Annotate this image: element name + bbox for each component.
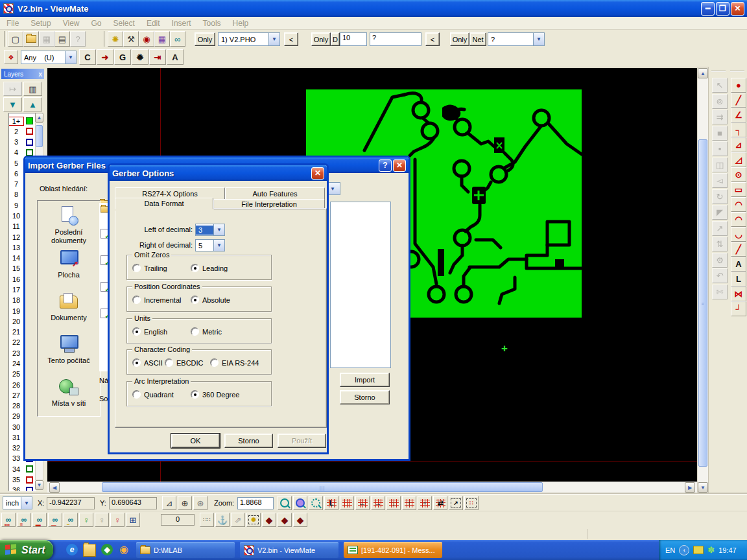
close-button[interactable]: ✕ [311,167,324,180]
elbow-tool-button[interactable]: ┐ [731,122,746,137]
g-tool-button[interactable]: G [114,49,131,65]
line-tool-button[interactable]: ╱ [731,93,746,108]
cancel-button[interactable]: Storno [340,390,390,404]
star-tool-button[interactable]: ✹ [132,49,148,65]
circle-tool-button[interactable]: ⊙ [731,167,746,182]
highlight-off-button[interactable]: ♀ [95,513,109,527]
horizontal-scrollbar[interactable]: ◀ ||| ▶ [47,482,697,493]
layer-color-swatch[interactable] [26,465,33,472]
tile-windows-button[interactable]: ⊞ [126,513,140,527]
sketch-line-tool-button[interactable]: ╱ [731,242,746,257]
taskbar-task-window[interactable]: D:\MLAB [136,542,235,558]
layer-color-swatch[interactable] [26,487,33,491]
jump-tool-button[interactable]: ⇥ [149,49,166,65]
radio-360-degree[interactable]: 360 Degree [191,390,240,399]
scroll-right-button[interactable]: ▶ [685,482,695,493]
radio-ebcdic[interactable]: EBCDIC [165,358,204,367]
aperture-s-button[interactable]: ◆ [278,513,292,527]
selection-mode-select[interactable]: Any (U) ▼ [21,51,77,64]
taskbar-task-message[interactable]: [191-482-091] - Mess... [344,542,442,558]
c-tool-button[interactable]: C [79,49,96,65]
cut-group-button[interactable]: ✄ [712,285,728,299]
select-group-button[interactable]: ⇉ [712,110,728,124]
corner-tool-button[interactable]: ┘ [731,301,746,316]
layer-color-swatch[interactable] [26,476,33,484]
chevron-down-icon[interactable]: ▼ [533,33,544,45]
view-lines-button[interactable]: ∞≡ [17,513,31,527]
layer-row-1+[interactable]: 1+ [9,116,35,126]
view-dots-button[interactable]: ∞••• [1,513,16,527]
layer-down-button[interactable]: ▼ [3,97,22,111]
view-sketch-button[interactable]: ∞~ [64,513,78,527]
firefox-icon[interactable]: ◉ [118,544,130,555]
select-cursor-button[interactable]: ↖ [712,78,728,93]
ok-button[interactable]: OK [171,434,220,448]
places-item-my-computer[interactable]: Tento počítač [38,334,100,365]
radio-ascii[interactable]: ASCII [132,358,163,367]
angle-tool-button[interactable]: ⊿ [731,137,746,152]
move-item-button[interactable]: ↗ [712,221,728,236]
pad-tool-button[interactable]: ● [731,78,746,93]
left-of-decimal-select[interactable]: 3▼ [195,224,225,236]
layer-color-swatch[interactable] [26,139,33,146]
align-button[interactable]: ⇅ [712,237,728,251]
places-item-desktop[interactable]: Plocha [38,249,100,279]
menu-item-edit[interactable]: Edit [147,19,160,28]
zoom-in-button[interactable] [278,496,292,510]
zoom-window-button[interactable] [293,496,307,510]
scroll-left-button[interactable]: ◀ [49,482,60,493]
save-button[interactable]: ▦ [39,31,54,47]
only-net-label[interactable]: Only [450,32,469,46]
chevron-down-icon[interactable]: ▼ [268,33,279,45]
scroll-up-button[interactable]: ▲ [698,68,708,78]
locate-probe-button[interactable]: ⊛ [193,496,208,510]
layers-scroll-up[interactable]: ▲ [35,113,43,122]
places-item-documents[interactable]: Dokumenty [38,292,100,322]
undo-arc-button[interactable]: ↶ [712,268,728,283]
grid-origin-button[interactable]: L [324,496,338,510]
menu-item-insert[interactable]: Insert [172,19,191,28]
resize-window-button[interactable]: ↗ [449,496,463,510]
select-area-button[interactable]: ∷ [464,496,479,510]
snap-vector-button[interactable]: ⇗ [231,513,245,527]
minimize-button[interactable]: ━ [701,2,715,16]
flash-grid-button[interactable]: ✺ [108,31,123,47]
menu-item-go[interactable]: Go [91,19,102,28]
layers-panel-title[interactable]: Layers x [1,69,44,79]
right-of-decimal-select[interactable]: 5▼ [195,239,225,251]
pan-left-button[interactable]: ← [355,496,370,510]
menu-item-select[interactable]: Select [113,19,135,28]
messenger-flower-icon[interactable]: ✽ [707,545,715,555]
import-button[interactable]: Import [340,373,390,387]
ie-icon[interactable]: e [66,544,78,555]
rectangle-tool-button[interactable]: ▭ [731,182,746,197]
horizontal-scroll-thumb[interactable]: ||| [102,482,543,492]
highlight-on-button[interactable]: ♀ [79,513,93,527]
label-tool-button[interactable]: L [731,272,746,286]
menu-item-file[interactable]: File [6,19,19,28]
previous-dcode-button[interactable]: < [284,32,298,46]
origin-target-button[interactable]: ⊕ [178,496,192,510]
only-dcode-label[interactable]: Only [311,32,331,46]
radio-incremental[interactable]: Incremental [132,296,181,304]
layer-color-swatch[interactable] [26,128,33,135]
radio-absolute[interactable]: Absolute [191,296,230,304]
previous-net-button[interactable]: < [425,32,440,46]
zoom-value-input[interactable]: 1.8868 [237,497,274,509]
menu-item-help[interactable]: Help [233,19,249,28]
chevron-down-icon[interactable]: ▼ [65,51,76,64]
mirror-button[interactable]: ◫ [712,158,728,172]
view-outline-button[interactable]: ∞— [48,513,62,527]
thermal-tool-button[interactable]: ⋈ [731,286,746,301]
scroll-down-button[interactable]: ▼ [698,482,708,493]
layer-row-36[interactable]: 36 [9,485,35,491]
radio-trailing[interactable]: Trailing [132,264,167,272]
view-solid-button[interactable]: ∞▬ [32,513,47,527]
step-window-button[interactable]: ▫ [418,496,432,510]
print-button[interactable]: ▤ [54,31,70,47]
keyboard-language-indicator[interactable]: EN [665,546,675,554]
clock[interactable]: 19:47 [718,546,737,554]
vertical-scroll-thumb[interactable]: ≡ [698,139,707,467]
help-button[interactable]: ? [379,159,392,172]
layer-row-3[interactable]: 3 [9,137,35,147]
